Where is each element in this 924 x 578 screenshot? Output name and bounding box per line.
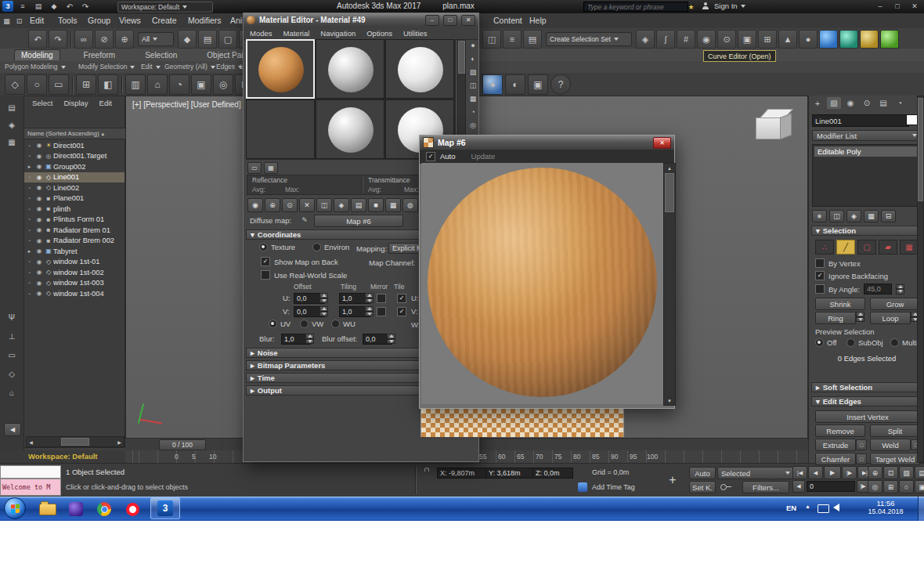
shapes-tool-icon[interactable]: ◇ [4,367,20,381]
by-angle-spinner[interactable] [896,284,904,294]
ring-button[interactable]: Ring [815,312,856,324]
display-tool-icon[interactable]: ▭ [4,348,20,362]
chamfer-button[interactable]: Chamfer [815,453,856,465]
preview-off-radio[interactable] [815,338,824,347]
tab-freeform[interactable]: Freeform [78,50,122,60]
element-subobject-icon[interactable]: ▦ [900,240,919,255]
border-subobject-icon[interactable]: ▢ [857,240,876,255]
tab-modify-icon[interactable]: ▧ [827,97,841,109]
polygon-subobject-icon[interactable]: ▰ [879,240,897,255]
undo-icon[interactable]: ↶ [64,1,75,12]
redo-scene-icon[interactable]: ↷ [49,30,67,49]
current-frame-field[interactable]: 0 [807,481,855,492]
sign-in-button[interactable]: Sign In [714,2,745,10]
panel-scrollbar[interactable] [917,96,924,463]
zoom-icon[interactable]: ⊕ [868,466,882,479]
shrink-button[interactable]: Shrink [815,298,865,310]
list-item[interactable]: ▪◉■plinth [24,204,125,215]
opera-taskbar-icon[interactable] [122,500,143,518]
tab-motion-icon[interactable]: ⊙ [860,97,874,109]
render-in-cloud-icon[interactable]: ● [799,30,818,49]
show-map-on-back-checkbox[interactable]: ✓ [261,257,270,266]
chrome-taskbar-icon[interactable] [94,500,114,518]
zoom-extents-all-icon[interactable]: ▤ [915,466,924,479]
hierarchy-tool-icon[interactable]: Ψ [4,310,20,324]
menu-modes[interactable]: Modes [250,29,273,38]
v-tile-checkbox[interactable]: ✓ [397,307,406,316]
show-end-result-icon[interactable]: ◍ [402,198,418,212]
scroll-up-icon[interactable]: ▲ [664,164,675,172]
u-mirror-checkbox[interactable] [377,294,386,303]
tab-hierarchy-icon[interactable]: ◉ [843,97,857,109]
group-edges[interactable]: Edges [216,63,243,70]
expand-arrow-icon[interactable]: ▸ [24,248,34,255]
next-frame-button[interactable]: |▶ [842,466,857,479]
backlight-icon[interactable]: ◐ [467,52,479,65]
vertex-subobject-icon[interactable]: ∴ [815,240,834,255]
border-mode-icon[interactable]: ⊞ [76,74,96,95]
show-desktop-button[interactable] [918,497,924,521]
vw-radio[interactable] [300,320,309,328]
diffuse-map-button[interactable]: Map #6 [314,215,403,227]
shaded-view-icon[interactable]: ◐ [505,74,525,95]
menu-edit[interactable]: Edit [30,16,44,25]
expand-arrow-icon[interactable]: ▸ [24,164,34,170]
visibility-eye-icon[interactable]: ◉ [34,142,44,149]
make-unique-icon[interactable]: ◈ [334,198,349,212]
remove-modifier-icon[interactable]: ▦ [864,210,879,222]
auto-key-button[interactable]: Auto [689,467,716,479]
filters-button[interactable]: Filters... [742,481,789,493]
selection-filter-dropdown[interactable]: All [138,32,174,46]
vertex-mode-icon[interactable]: ○ [27,74,47,95]
menu-group[interactable]: Group [88,16,110,25]
viewcube-front-face[interactable] [756,117,781,139]
rendered-frame-window-icon[interactable]: ▣ [738,30,756,49]
render-iterative-icon[interactable]: ▲ [778,30,797,49]
object-name-field[interactable]: Line001 [812,114,909,127]
ring-spinner[interactable] [856,312,864,322]
maximize-viewport-toggle-icon[interactable]: ▣ [915,480,924,493]
list-item[interactable]: ▪◉◇window 1st-003 [24,278,125,289]
time-tag-icon[interactable] [578,482,587,492]
configure-modifier-sets-icon[interactable]: ⊟ [881,210,896,222]
orbit-icon[interactable]: ○ [899,480,914,493]
time-slider-button[interactable]: 0 / 100 [159,439,206,450]
visibility-eye-icon[interactable]: ◉ [34,153,44,160]
minimize-button[interactable]: – [872,1,888,11]
explorer-settings-icon[interactable]: ◈ [4,117,20,132]
go-to-start-button[interactable]: |◀ [792,466,807,479]
group-modify-selection[interactable]: Modify Selection [78,63,135,70]
menu-tools[interactable]: Tools [58,16,78,25]
previous-frame-button[interactable]: ◀ [808,466,823,479]
play-button[interactable]: ▶ [824,466,841,479]
reset-map-icon[interactable]: ✕ [299,198,315,212]
list-item[interactable]: ▪◉◇window 1st-002 [24,267,125,278]
wu-option[interactable]: WU [331,320,356,328]
explorer-column-header[interactable]: Name (Sorted Ascending) ▴ [24,128,128,139]
maximize-button[interactable]: □ [890,1,905,11]
3dsmax-taskbar-icon-active[interactable]: 3 [150,497,180,519]
clock[interactable]: 11:56 15.04.2018 [858,499,913,515]
split-button[interactable]: Split [870,424,920,437]
absolute-mode-toggle-icon[interactable]: + [664,468,681,492]
uv-option[interactable]: UV [269,320,291,328]
edge-subobject-icon[interactable]: ╱ [836,240,855,255]
add-time-tag[interactable]: Add Time Tag [592,483,635,491]
ignore-backfacing-checkbox[interactable]: ✓ [815,271,825,280]
explorer-menu-edit[interactable]: Edit [99,99,112,107]
menu-help[interactable]: Help [529,16,547,25]
workspace-indicator[interactable]: Workspace: Default [28,452,98,461]
grow-button[interactable]: Grow [870,298,920,310]
list-item[interactable]: ▸◉▣Tabyret [24,246,125,257]
tab-selection[interactable]: Selection [139,50,183,60]
select-object-icon[interactable]: ◆ [178,30,197,49]
app-menu-icon[interactable]: ≡ [17,1,28,12]
menu-create[interactable]: Create [152,16,177,25]
search-input[interactable] [583,2,688,12]
scroll-right-icon[interactable]: ▶ [115,438,124,446]
environ-radio[interactable] [312,243,321,251]
viewcube[interactable] [749,104,799,151]
list-item[interactable]: ▪◉■Radiator Brem 002 [24,236,125,247]
background-icon[interactable]: ▨ [467,66,479,78]
target-weld-button[interactable]: Target Weld [870,453,920,465]
